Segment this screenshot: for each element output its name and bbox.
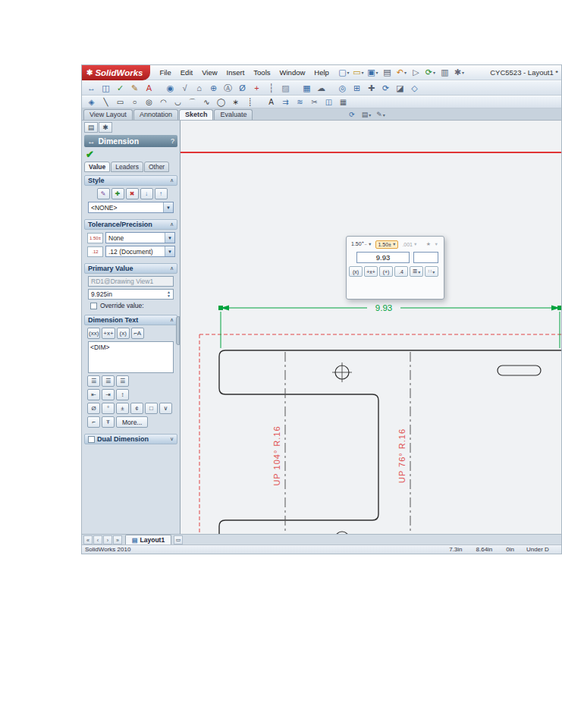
ok-button[interactable]: ✔ xyxy=(86,149,94,160)
annotation-filter-icon[interactable]: ✎▾ xyxy=(373,109,388,120)
sheet-border[interactable] xyxy=(199,334,561,535)
menu-window[interactable]: Window xyxy=(275,67,310,78)
add-parenthesis-button[interactable]: (xx) xyxy=(87,328,100,339)
tab-view-layout[interactable]: View Layout xyxy=(83,109,133,120)
justify-button[interactable]: ☰▾ xyxy=(410,266,423,277)
tolerance-dropdown[interactable]: None ▼ xyxy=(105,232,175,243)
offset-text-button[interactable]: (+) xyxy=(379,266,393,277)
bend-note-1[interactable]: UP 104° R.16 xyxy=(272,425,281,485)
dimension-text-section-header[interactable]: Dimension Text ∧ xyxy=(84,315,177,325)
grip-settings-button[interactable]: ∷▾ xyxy=(425,266,438,277)
rebuild-icon[interactable]: ⟳▾ xyxy=(423,66,438,79)
tab-sketch[interactable]: Sketch xyxy=(179,109,214,120)
primary-value-section-header[interactable]: Primary Value ∧ xyxy=(84,263,177,274)
smart-dimension-icon[interactable]: ↔ xyxy=(84,82,99,95)
trim-entities-icon[interactable]: ✂ xyxy=(307,96,322,108)
previous-sheet-icon[interactable]: ‹ xyxy=(93,535,102,544)
menu-view[interactable]: View xyxy=(197,67,221,78)
hole-callout-icon[interactable]: Ø xyxy=(235,82,250,95)
sheet-properties-icon[interactable]: ▤▾ xyxy=(359,109,373,120)
center-dimension-button[interactable]: +x+ xyxy=(364,266,378,277)
perimeter-circle-icon[interactable]: ◎ xyxy=(142,96,156,108)
menu-tools[interactable]: Tools xyxy=(249,67,275,78)
spline-icon[interactable]: ∿ xyxy=(199,96,214,108)
sketch-smart-dimension-icon[interactable]: ◈ xyxy=(84,96,99,108)
open-document-icon[interactable]: ▭▾ xyxy=(351,66,366,79)
degree-symbol-button[interactable]: ° xyxy=(102,403,115,414)
propertymanager-tab-icon[interactable]: ✱ xyxy=(99,122,112,133)
tangent-arc-icon[interactable]: ◡ xyxy=(171,96,185,108)
note-icon[interactable]: A xyxy=(142,82,156,95)
file-properties-icon[interactable]: ▥ xyxy=(438,66,452,79)
drawing-canvas[interactable]: 9.93 UP 104° R.16 UP 76° R.16 xyxy=(181,121,561,535)
save-style-button[interactable]: ↓ xyxy=(140,188,153,199)
tab-other[interactable]: Other xyxy=(144,162,169,172)
tab-annotation[interactable]: Annotation xyxy=(133,109,178,120)
dual-dimension-section-header[interactable]: Dual Dimension ∨ xyxy=(84,434,177,444)
spinner-icon[interactable]: ▲▼ xyxy=(167,290,171,298)
dimension-value-text[interactable]: 9.93 xyxy=(375,303,392,312)
tolerance-type-button[interactable]: 1.50⁺₋ ▼ xyxy=(349,240,374,249)
format-painter-icon[interactable]: ✎ xyxy=(127,82,142,95)
menu-insert[interactable]: Insert xyxy=(222,67,250,78)
table-icon[interactable]: ▦ xyxy=(300,82,314,95)
align-text-button[interactable]: ⇥ xyxy=(102,389,115,400)
apply-default-style-button[interactable]: ✎ xyxy=(97,188,110,199)
options-icon[interactable]: ✱▾ xyxy=(452,66,466,79)
rotate-view-icon[interactable]: ⟳ xyxy=(378,82,393,95)
spell-checker-icon[interactable]: ✓ xyxy=(113,82,127,95)
center-justify-button[interactable]: ☰ xyxy=(102,375,115,387)
zoom-to-fit-icon[interactable]: ◎ xyxy=(335,82,350,95)
text-icon[interactable]: A xyxy=(264,96,278,108)
override-checkbox[interactable] xyxy=(90,303,97,309)
dimension-grip-right[interactable] xyxy=(557,306,561,310)
mirror-entities-icon[interactable]: ◫ xyxy=(322,96,336,108)
more-symbols-button[interactable]: ∨ xyxy=(159,403,172,414)
part-outline[interactable] xyxy=(219,350,561,535)
tolerance-section-header[interactable]: Tolerance/Precision ∧ xyxy=(84,219,177,230)
primary-value-field[interactable]: 9.925in ▲▼ xyxy=(88,289,174,300)
dimension-leader-button[interactable]: ⌐A xyxy=(131,328,144,339)
slot-cutout[interactable] xyxy=(498,366,541,375)
circle-icon[interactable]: ○ xyxy=(127,96,142,108)
centerline-sketch-icon[interactable]: ┊ xyxy=(243,96,257,108)
tolerance-symmetric-button[interactable]: 1.50± ▼ xyxy=(375,240,398,249)
menu-help[interactable]: Help xyxy=(309,67,334,78)
dimension-annotation[interactable]: 9.93 xyxy=(218,303,561,348)
display-style-icon[interactable]: ◇ xyxy=(407,82,422,95)
save-icon[interactable]: ▣▾ xyxy=(366,66,380,79)
secondary-value-input[interactable] xyxy=(413,252,438,263)
linear-pattern-icon[interactable]: ▦ xyxy=(336,96,350,108)
text-scale-button[interactable]: .4 xyxy=(394,266,408,277)
new-document-icon[interactable]: ▢▾ xyxy=(337,66,351,79)
ellipse-icon[interactable]: ◯ xyxy=(214,96,228,108)
next-sheet-icon[interactable]: › xyxy=(103,535,112,544)
vertical-position-button[interactable]: ↕ xyxy=(116,389,129,400)
centerline-icon[interactable]: ┆ xyxy=(264,82,278,95)
model-items-icon[interactable]: ◫ xyxy=(99,82,113,95)
centerpoint-arc-icon[interactable]: ◠ xyxy=(156,96,171,108)
add-sheet-icon[interactable]: ▭ xyxy=(174,535,183,544)
square-symbol-button[interactable]: □ xyxy=(145,403,158,414)
revision-cloud-icon[interactable]: ☁ xyxy=(314,82,328,95)
center-dimension-button[interactable]: +x+ xyxy=(102,328,115,339)
dual-dimension-checkbox[interactable] xyxy=(88,436,95,443)
favorite-button[interactable]: ★ ▼ xyxy=(421,240,440,249)
zoom-to-area-icon[interactable]: ⊞ xyxy=(350,82,364,95)
inspection-dimension-button[interactable]: (x) xyxy=(349,266,363,277)
tab-value[interactable]: Value xyxy=(84,162,110,172)
dimension-text-input[interactable]: <DIM> xyxy=(88,341,174,373)
graphics-area[interactable]: 9.93 UP 104° R.16 UP 76° R.16 1.50⁺₋ ▼ xyxy=(181,121,561,535)
style-dropdown[interactable]: <NONE> ▼ xyxy=(88,202,174,213)
rectangle-icon[interactable]: ▭ xyxy=(113,96,127,108)
depth-symbol-button[interactable]: Ŧ xyxy=(102,416,115,428)
datum-feature-icon[interactable]: Ⓐ xyxy=(221,82,235,95)
precision-dropdown[interactable]: .12 (Document) ▼ xyxy=(105,246,175,257)
panel-splitter-handle[interactable] xyxy=(176,316,180,345)
dimension-grip-left[interactable] xyxy=(218,306,223,310)
center-mark-icon[interactable]: + xyxy=(250,82,264,95)
right-justify-button[interactable]: ☰ xyxy=(116,375,129,387)
section-view-icon[interactable]: ◪ xyxy=(393,82,407,95)
weld-symbol-icon[interactable]: ⌂ xyxy=(192,82,206,95)
first-sheet-icon[interactable]: « xyxy=(83,535,93,544)
